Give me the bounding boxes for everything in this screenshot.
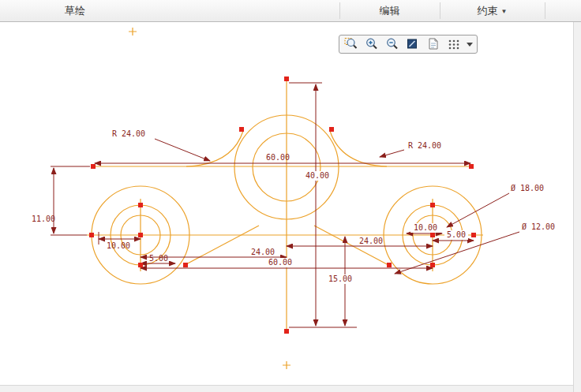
sketch-canvas[interactable]: R 24.00 R 24.00 60.00 40.00 11.00 10.00 …	[0, 0, 581, 392]
zoom-out-icon	[385, 37, 399, 51]
left-bottom-tangent-line[interactable]	[185, 226, 259, 265]
vertex-handle[interactable]	[430, 233, 435, 237]
vertex-handle[interactable]	[138, 203, 143, 207]
dimension-text-backgrounds	[266, 171, 468, 284]
zoom-out-button[interactable]	[383, 36, 401, 52]
zoom-window-icon	[344, 37, 358, 51]
reference-cross-top[interactable]	[129, 28, 137, 35]
dim-hole-outer-diameter[interactable]: Ø 18.00	[511, 184, 544, 192]
dim-fillet-left[interactable]: R 24.00	[112, 129, 145, 138]
tab-sketch-label: 草绘	[65, 5, 85, 17]
ribbon-separator	[545, 2, 545, 19]
vertex-handle[interactable]	[91, 164, 96, 169]
view-toolbar	[339, 35, 478, 54]
tab-constrain[interactable]: 约束▼	[440, 0, 545, 21]
display-filters-dropdown-button[interactable]	[465, 36, 474, 52]
repaint-icon	[406, 37, 420, 51]
display-filters-icon	[447, 37, 461, 51]
vertex-handle[interactable]	[329, 127, 334, 132]
chevron-down-icon	[467, 43, 473, 47]
tab-sketch[interactable]: 草绘	[47, 0, 103, 21]
saved-view-list-button[interactable]	[424, 36, 442, 52]
dim-left-offset[interactable]: 11.00	[32, 215, 55, 223]
reference-cross-bottom[interactable]	[283, 361, 290, 369]
dim-center-height[interactable]: 40.00	[305, 171, 329, 180]
zoom-in-button[interactable]	[362, 36, 380, 52]
vertex-handle[interactable]	[430, 203, 435, 207]
vertex-handle[interactable]	[471, 233, 476, 237]
zoom-window-button[interactable]	[342, 36, 360, 52]
leader-diameter-18	[447, 193, 509, 227]
vertical-scrollbar[interactable]	[573, 22, 581, 392]
vertex-handle[interactable]	[138, 263, 143, 267]
repaint-button[interactable]	[403, 36, 422, 52]
dim-bottom-width[interactable]: 60.00	[268, 258, 292, 267]
vertex-handle[interactable]	[430, 263, 435, 267]
vertex-handle[interactable]	[138, 233, 143, 237]
vertex-handle[interactable]	[89, 233, 94, 237]
display-filters-button[interactable]	[444, 36, 463, 52]
dim-right-center-distance[interactable]: 24.00	[359, 237, 383, 245]
ribbon-tab-strip: 草绘 编辑 约束▼	[0, 0, 581, 22]
dim-right-hole-width[interactable]: 10.00	[414, 223, 437, 232]
witness-lines	[51, 83, 357, 327]
vertex-handle[interactable]	[284, 329, 289, 334]
dim-bottom-depth[interactable]: 15.00	[328, 274, 352, 283]
dim-right-hole-offset[interactable]: 5.00	[447, 230, 466, 239]
dimension-lines[interactable]	[51, 83, 519, 327]
chevron-down-icon: ▼	[501, 8, 508, 15]
dim-fillet-right[interactable]: R 24.00	[408, 141, 441, 150]
vertex-handle[interactable]	[387, 263, 392, 267]
vertex-handle[interactable]	[239, 127, 244, 132]
dim-left-center-distance[interactable]: 24.00	[251, 248, 275, 256]
tab-edit[interactable]: 编辑	[339, 0, 440, 21]
leader-fillet-left	[155, 139, 210, 161]
leader-fillet-right	[380, 150, 404, 157]
dim-top-width[interactable]: 60.00	[266, 153, 290, 162]
tab-edit-label: 编辑	[380, 5, 400, 17]
vertex-handle[interactable]	[183, 263, 188, 267]
dim-hole-inner-diameter[interactable]: Ø 12.00	[522, 222, 555, 231]
dim-left-hole-offset[interactable]: 5.00	[149, 254, 168, 263]
vertex-handle[interactable]	[469, 164, 474, 169]
zoom-in-icon	[365, 37, 379, 51]
dim-left-hole-width[interactable]: 10.00	[107, 241, 130, 250]
right-bottom-tangent-line[interactable]	[314, 226, 388, 265]
vertex-handle[interactable]	[284, 77, 289, 81]
saved-view-list-icon	[426, 37, 440, 51]
tab-constrain-label: 约束	[478, 5, 498, 17]
horizontal-scrollbar[interactable]	[0, 385, 573, 392]
